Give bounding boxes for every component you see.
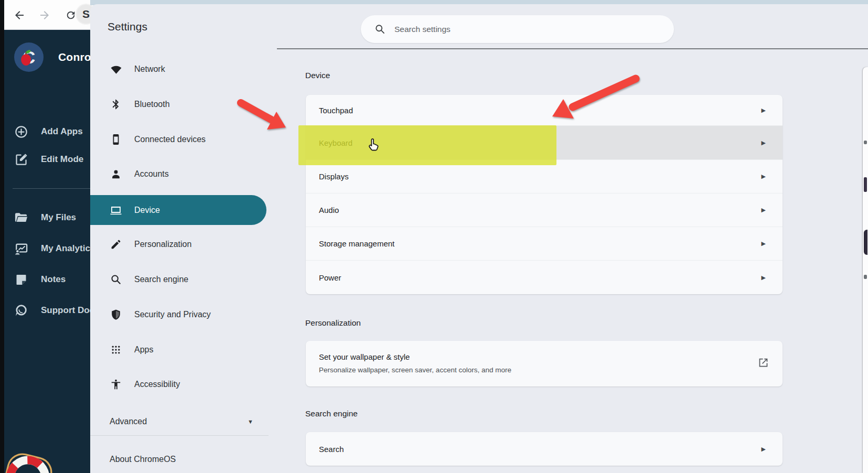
sidebar-item-edit-mode[interactable]: Edit Mode (0, 147, 90, 172)
row-power[interactable]: Power ▶ (306, 261, 783, 294)
settings-nav-apps[interactable]: Apps (90, 337, 266, 362)
chevron-right-icon: ▶ (762, 107, 766, 114)
person-icon (109, 167, 123, 181)
sidebar-item-my-analytics[interactable]: My Analytics (0, 236, 90, 261)
keyboard-highlight-annotation (298, 125, 556, 165)
row-storage-management[interactable]: Storage management ▶ (306, 227, 783, 261)
personalization-section-heading: Personalization (305, 318, 361, 328)
analytics-board-icon (14, 241, 28, 256)
apps-grid-icon (109, 343, 123, 357)
smartphone-icon (109, 133, 123, 146)
reload-icon (65, 9, 77, 21)
add-circle-icon (14, 124, 28, 139)
settings-nav-bluetooth[interactable]: Bluetooth (90, 92, 266, 117)
row-search[interactable]: Search ▶ (306, 432, 783, 466)
row-touchpad[interactable]: Touchpad ▶ (306, 95, 783, 126)
sidebar-item-add-apps[interactable]: Add Apps (0, 119, 90, 144)
open-in-new-icon[interactable] (758, 357, 769, 368)
chromeos-settings-screen: S C Conroe Add Apps Edit M (0, 0, 868, 473)
folder-icon (14, 210, 28, 225)
wifi-icon (109, 62, 123, 76)
settings-nav-personalization[interactable]: Personalization (90, 232, 266, 257)
sidebar-item-notes[interactable]: Notes (0, 267, 90, 292)
forward-button[interactable] (37, 7, 52, 23)
forward-arrow-icon (38, 9, 51, 22)
note-icon (14, 272, 28, 287)
settings-nav-security-privacy[interactable]: Security and Privacy (90, 302, 266, 327)
magnifier-icon (109, 273, 123, 286)
accessibility-icon (109, 378, 123, 391)
edit-square-icon (14, 152, 28, 167)
chevron-down-icon: ▼ (248, 418, 253, 425)
chevron-right-icon: ▶ (762, 173, 766, 180)
sidebar-divider (13, 188, 90, 189)
laptop-icon (109, 203, 123, 217)
chevron-right-icon: ▶ (762, 207, 766, 213)
settings-nav-device[interactable]: Device (90, 195, 266, 225)
background-window-sliver (863, 67, 868, 473)
wallpaper-card-subtitle: Personalize wallpaper, screen saver, acc… (319, 366, 511, 374)
settings-nav-advanced[interactable]: Advanced ▼ (90, 409, 258, 434)
conroe-apple-logo-icon: C (14, 42, 44, 72)
sidebar-item-my-files[interactable]: My Files (0, 205, 90, 230)
device-section-heading: Device (305, 71, 330, 80)
settings-title: Settings (108, 20, 147, 33)
device-card: Touchpad ▶ Keyboard ▶ Displays ▶ Audio ▶… (306, 95, 783, 294)
life-preserver-icon (0, 449, 57, 473)
shield-icon (109, 308, 123, 321)
wallpaper-card-title: Set your wallpaper & style (319, 352, 410, 361)
settings-nav-search-engine[interactable]: Search engine (90, 267, 266, 292)
chevron-right-icon: ▶ (762, 446, 766, 453)
search-input[interactable] (394, 25, 646, 34)
chevron-right-icon: ▶ (762, 274, 766, 281)
settings-nav-network[interactable]: Network (90, 57, 266, 82)
search-icon (374, 24, 385, 35)
content-top-divider (277, 48, 868, 49)
settings-nav-accounts[interactable]: Accounts (90, 162, 266, 187)
chevron-right-icon: ▶ (762, 139, 766, 146)
search-engine-card: Search ▶ (306, 432, 783, 466)
brand: C Conroe (14, 42, 90, 72)
settings-nav-about-chromeos[interactable]: About ChromeOS (90, 449, 258, 470)
pen-icon (109, 238, 123, 251)
nav-divider (90, 435, 269, 436)
row-audio[interactable]: Audio ▶ (306, 194, 783, 227)
search-engine-section-heading: Search engine (305, 409, 358, 418)
personalization-card[interactable]: Set your wallpaper & style Personalize w… (306, 341, 783, 386)
support-headset-icon (14, 303, 28, 318)
sidebar-item-support-docs[interactable]: Support Docs (0, 298, 90, 323)
settings-search-bar[interactable] (361, 15, 674, 43)
brand-name: Conroe (58, 51, 90, 63)
bluetooth-icon (109, 98, 123, 111)
screen-left-edge (0, 0, 4, 473)
app-sidebar: C Conroe Add Apps Edit Mode (0, 30, 90, 473)
settings-nav-connected-devices[interactable]: Connected devices (90, 127, 266, 152)
settings-window: Settings Network Bluetooth Connected dev… (90, 4, 868, 473)
settings-nav-accessibility[interactable]: Accessibility (90, 372, 266, 397)
back-arrow-icon (13, 9, 26, 22)
back-button[interactable] (12, 7, 27, 23)
chevron-right-icon: ▶ (762, 240, 766, 247)
